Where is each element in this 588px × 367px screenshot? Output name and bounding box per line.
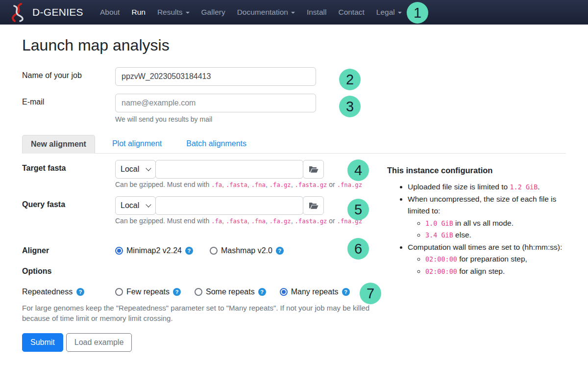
load-example-button[interactable]: Load example — [66, 333, 132, 352]
folder-open-icon — [309, 165, 318, 173]
aligner-row: Aligner Minimap2 v2.24 ? Mashmap v2.0 ? — [22, 246, 387, 255]
query-fasta-help: Can be gzipped. Must end with .fa, .fast… — [115, 217, 387, 225]
instance-config-panel: This instance configuration Uploaded fil… — [387, 160, 566, 352]
nav-item-gallery[interactable]: Gallery — [196, 8, 231, 17]
annotation-marker-3: 3 — [339, 96, 361, 117]
aligner-option-mashmap[interactable]: Mashmap v2.0 ? — [210, 246, 284, 255]
radio-button[interactable] — [115, 247, 123, 255]
form-actions: Submit Load example — [22, 333, 387, 352]
annotation-marker-5: 5 — [347, 199, 369, 220]
target-source-select[interactable]: Local — [115, 160, 156, 179]
repeatedness-option-some[interactable]: Some repeats ? — [195, 288, 266, 296]
aligner-option-minimap2[interactable]: Minimap2 v2.24 ? — [115, 246, 193, 255]
job-name-label: Name of your job — [22, 67, 115, 86]
annotation-marker-2: 2 — [339, 69, 361, 90]
dgenies-logo-icon — [8, 2, 27, 22]
tab-plot-alignment[interactable]: Plot alignment — [104, 135, 170, 154]
chevron-down-icon — [291, 12, 295, 14]
config-subitem: 02:00:00 for preparation step, — [425, 253, 566, 265]
radio-button[interactable] — [210, 247, 218, 255]
alignment-tabs: New alignment Plot alignment Batch align… — [22, 135, 566, 154]
nav-item-contact[interactable]: Contact — [332, 8, 370, 17]
nav-item-about[interactable]: About — [94, 8, 126, 17]
options-heading: Options — [22, 267, 387, 276]
page-title: Launch map analysis — [22, 36, 566, 54]
job-name-row: Name of your job — [22, 67, 566, 86]
target-browse-button[interactable] — [303, 160, 324, 179]
annotation-marker-1: 1 — [407, 2, 428, 24]
annotation-marker-7: 7 — [360, 283, 381, 304]
question-icon[interactable]: ? — [258, 288, 266, 296]
query-browse-button[interactable] — [303, 196, 324, 215]
radio-button[interactable] — [115, 288, 123, 296]
question-icon[interactable]: ? — [173, 288, 181, 296]
email-label: E-mail — [22, 94, 115, 123]
nav-item-install[interactable]: Install — [301, 8, 333, 17]
aligner-label: Aligner — [22, 246, 115, 255]
chevron-down-icon — [186, 12, 190, 14]
job-name-input[interactable] — [115, 67, 316, 86]
repeatedness-option-few[interactable]: Few repeats ? — [115, 288, 181, 296]
query-fasta-input[interactable] — [155, 196, 303, 215]
folder-open-icon — [309, 202, 318, 210]
tab-new-alignment[interactable]: New alignment — [22, 135, 95, 154]
chevron-down-icon — [146, 165, 151, 171]
target-fasta-label: Target fasta — [22, 160, 115, 196]
submit-button[interactable]: Submit — [22, 333, 63, 352]
email-input[interactable] — [115, 94, 316, 112]
nav-items: About Run Results Gallery Documentation … — [94, 8, 408, 17]
query-source-select[interactable]: Local — [115, 196, 156, 215]
config-subitem: 3.4 GiB else. — [425, 229, 566, 241]
radio-button[interactable] — [195, 288, 202, 296]
repeatedness-option-many[interactable]: Many repeats ? — [280, 288, 350, 296]
brand-dgenies[interactable]: D-GENIES — [8, 2, 83, 22]
config-item-uncompressed-limit: When uncompressed, the size of each file… — [408, 193, 566, 241]
main-content: Launch map analysis Name of your job E-m… — [22, 25, 566, 352]
nav-item-documentation[interactable]: Documentation — [231, 8, 301, 17]
nav-item-results[interactable]: Results — [151, 8, 196, 17]
target-fasta-input[interactable] — [155, 160, 303, 179]
repeatedness-note: For large genomes keep the "Repeatedness… — [22, 303, 387, 323]
target-fasta-row: Target fasta Local — [22, 160, 387, 196]
instance-config-heading: This instance configuration — [387, 166, 566, 175]
repeatedness-label: Repeatedness — [22, 288, 73, 296]
question-icon[interactable]: ? — [185, 247, 193, 255]
email-row: E-mail We will send you results by mail — [22, 94, 566, 123]
nav-item-legal[interactable]: Legal — [370, 8, 408, 17]
config-subitem: 1.0 GiB in all vs all mode. — [425, 217, 566, 230]
chevron-down-icon — [146, 202, 151, 207]
repeatedness-row: Repeatedness ? Few repeats ? Some repeat… — [22, 288, 387, 296]
chevron-down-icon — [398, 12, 402, 14]
query-fasta-row: Query fasta Local — [22, 196, 387, 233]
question-icon[interactable]: ? — [342, 288, 350, 296]
annotation-marker-6: 6 — [347, 238, 369, 260]
question-icon[interactable]: ? — [276, 247, 284, 255]
config-item-upload-limit: Uploaded file size is limited to 1.2 GiB… — [408, 181, 566, 193]
query-fasta-label: Query fasta — [22, 196, 115, 233]
instance-config-list: Uploaded file size is limited to 1.2 GiB… — [387, 181, 566, 277]
question-icon[interactable]: ? — [76, 288, 84, 296]
annotation-marker-4: 4 — [347, 159, 369, 181]
config-item-walltimes: Computation wall times are set to (hh:mm… — [408, 241, 566, 278]
brand-title: D-GENIES — [32, 6, 83, 18]
nav-item-run[interactable]: Run — [125, 8, 151, 17]
top-navbar: D-GENIES About Run Results Gallery Docum… — [0, 0, 588, 25]
config-subitem: 02:00:00 for align step. — [425, 265, 566, 278]
target-fasta-help: Can be gzipped. Must end with .fa, .fast… — [115, 181, 387, 188]
alignment-form: Target fasta Local — [22, 160, 387, 352]
email-help-text: We will send you results by mail — [115, 115, 566, 123]
radio-button[interactable] — [280, 288, 288, 296]
tab-batch-alignments[interactable]: Batch alignments — [178, 135, 255, 154]
